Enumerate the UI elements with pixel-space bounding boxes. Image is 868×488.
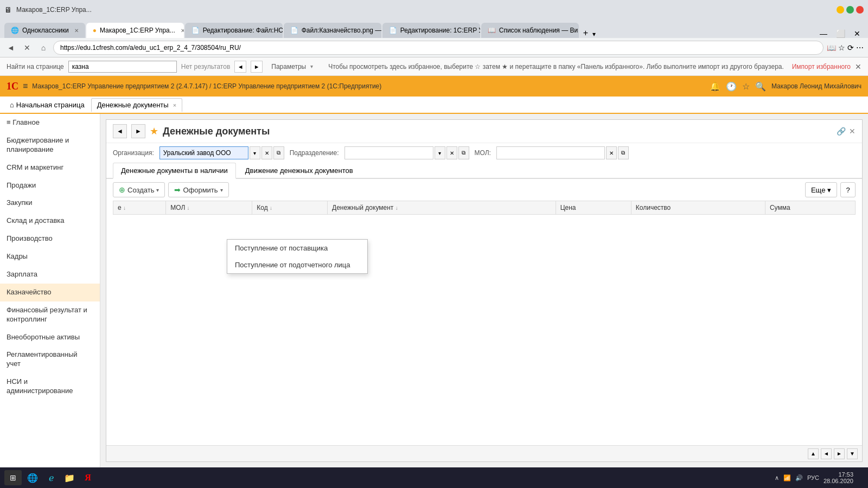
browser-restore-btn[interactable]: ⬜ xyxy=(833,29,848,38)
settings-button[interactable]: ⋯ xyxy=(856,43,864,52)
tab-movement[interactable]: Движение денежных документов xyxy=(237,163,361,178)
notifications-icon[interactable]: 🔔 xyxy=(710,81,720,92)
nav-money-docs[interactable]: Денежные документы × xyxy=(91,98,182,112)
org-clear-button[interactable]: ✕ xyxy=(261,146,272,159)
col-doc[interactable]: Денежный документ ↓ xyxy=(328,201,556,215)
forward-button[interactable]: ✕ xyxy=(21,41,34,54)
taskbar-clock[interactable]: 17:53 28.06.2020 xyxy=(824,471,853,484)
nav-tab-close-icon[interactable]: × xyxy=(173,102,176,108)
volume-icon[interactable]: 🔊 xyxy=(795,474,803,481)
browser-tab-1c[interactable]: ● Макаров_1С:ERP Упра... ✕ xyxy=(86,23,184,38)
find-prev-button[interactable]: ◄ xyxy=(234,61,246,73)
org-open-button[interactable]: ⧉ xyxy=(273,146,284,159)
more-button[interactable]: Еще ▾ xyxy=(805,182,837,197)
tray-show-hidden-icon[interactable]: ∧ xyxy=(775,474,779,481)
sidebar-item-production[interactable]: Производство xyxy=(0,230,100,248)
col-qty[interactable]: Количество xyxy=(631,201,765,215)
browser-tab-wiki[interactable]: 📖 Список наблюдения — Ви ✕ xyxy=(481,23,579,38)
history-icon[interactable]: 🕐 xyxy=(726,81,737,92)
sidebar-item-warehouse[interactable]: Склад и доставка xyxy=(0,212,100,230)
favorites-button[interactable]: ☆ xyxy=(838,43,845,52)
taskbar-ie-icon[interactable]: ℯ xyxy=(43,470,59,485)
browser-tab-edit2[interactable]: 📄 Редактирование: 1С:ERP Упр ✕ xyxy=(382,23,480,38)
col-price[interactable]: Цена xyxy=(556,201,631,215)
taskbar-yandex-icon[interactable]: Я xyxy=(80,470,95,485)
org-input[interactable] xyxy=(159,146,248,159)
sidebar-item-sales[interactable]: Продажи xyxy=(0,177,100,195)
find-input[interactable] xyxy=(68,61,177,73)
subdivision-clear-button[interactable]: ✕ xyxy=(446,146,457,159)
col-mol[interactable]: МОЛ ↓ xyxy=(166,201,252,215)
start-button[interactable]: ⊞ xyxy=(4,470,22,485)
panel-forward-button[interactable]: ► xyxy=(131,124,145,138)
org-dropdown-button[interactable]: ▾ xyxy=(250,146,260,159)
find-next-button[interactable]: ► xyxy=(251,61,263,73)
sidebar-item-fixed-assets[interactable]: Внеоборотные активы xyxy=(0,329,100,346)
col-sum[interactable]: Сумма xyxy=(765,201,855,215)
scroll-left-button[interactable]: ◄ xyxy=(821,448,832,459)
sidebar-item-hr[interactable]: Кадры xyxy=(0,248,100,266)
scroll-right-button[interactable]: ► xyxy=(834,448,845,459)
hamburger-menu[interactable]: ≡ xyxy=(23,81,28,91)
network-icon[interactable]: 📶 xyxy=(783,474,791,481)
minimize-button[interactable] xyxy=(837,6,844,14)
favorite-star-icon[interactable]: ★ xyxy=(150,125,158,137)
table-container[interactable]: е ↓ МОЛ ↓ Код ↓ xyxy=(113,201,856,445)
col-code[interactable]: Код ↓ xyxy=(252,201,328,215)
mol-clear-button[interactable]: ✕ xyxy=(606,146,617,159)
sidebar-item-budget[interactable]: Бюджетирование и планирование xyxy=(0,132,100,159)
sidebar-item-treasury[interactable]: Казначейство xyxy=(0,284,100,301)
subdivision-dropdown-button[interactable]: ▾ xyxy=(435,146,445,159)
subdivision-open-button[interactable]: ⧉ xyxy=(458,146,469,159)
favorites-star-icon[interactable]: ☆ xyxy=(742,81,750,92)
sidebar-item-main[interactable]: ≡ Главное xyxy=(0,114,100,132)
find-params[interactable]: Параметры xyxy=(271,63,306,70)
dropdown-item-supplier[interactable]: Поступление от поставщика xyxy=(227,240,367,256)
sidebar-item-regulated[interactable]: Регламентированный учет xyxy=(0,346,100,373)
browser-minimize-btn[interactable]: — xyxy=(816,29,831,38)
sidebar-item-finance[interactable]: Финансовый результат и контроллинг xyxy=(0,301,100,329)
home-button[interactable]: ⌂ xyxy=(37,41,50,54)
lang-indicator[interactable]: РУС xyxy=(807,474,819,481)
back-button[interactable]: ◄ xyxy=(4,41,17,54)
mol-open-button[interactable]: ⧉ xyxy=(618,146,629,159)
mol-input[interactable] xyxy=(496,146,605,159)
scroll-down-button[interactable]: ▼ xyxy=(847,448,858,459)
tab-close-icon[interactable]: ✕ xyxy=(74,28,79,34)
panel-close-button[interactable]: ✕ xyxy=(849,127,856,136)
dropdown-item-accountable[interactable]: Поступление от подотчетного лица xyxy=(227,256,367,273)
sidebar-item-purchases[interactable]: Закупки xyxy=(0,194,100,212)
tab-list-button[interactable]: ▾ xyxy=(592,30,596,38)
create-button[interactable]: ⊕ Создать ▾ xyxy=(113,182,165,197)
tab-close-icon[interactable]: ✕ xyxy=(181,28,184,34)
sidebar-item-nsi[interactable]: НСИ и администрирование xyxy=(0,373,100,400)
browser-tab-edit1[interactable]: 📄 Редактирование: Файл:НС! ✕ xyxy=(185,23,283,38)
panel-back-button[interactable]: ◄ xyxy=(113,124,127,138)
address-bar[interactable] xyxy=(53,41,824,55)
search-icon[interactable]: 🔍 xyxy=(755,81,766,92)
maximize-button[interactable] xyxy=(846,6,854,14)
help-button[interactable]: ? xyxy=(840,182,856,197)
issue-button[interactable]: ➡ Оформить ▾ xyxy=(168,182,228,197)
import-link[interactable]: Импорт избранного xyxy=(792,63,851,70)
browser-tab-treasury[interactable]: 📄 Файл:Казначейство.png — ✕ xyxy=(284,23,381,38)
sidebar-item-crm[interactable]: CRM и маркетинг xyxy=(0,159,100,177)
close-button[interactable] xyxy=(856,6,864,14)
browser-close-btn[interactable]: ✕ xyxy=(851,29,864,38)
browser-tab-odnoklassniki[interactable]: 🌐 Одноклассники ✕ xyxy=(4,23,85,38)
refresh-button[interactable]: ⟳ xyxy=(847,43,854,52)
taskbar-explorer-icon[interactable]: 📁 xyxy=(62,470,77,485)
scroll-up-button[interactable]: ▲ xyxy=(808,448,819,459)
link-copy-icon[interactable]: 🔗 xyxy=(837,127,846,136)
reading-mode-button[interactable]: 📖 xyxy=(827,43,836,52)
find-close-button[interactable]: ✕ xyxy=(855,62,861,71)
panel-actions: 🔗 ✕ xyxy=(837,127,856,136)
taskbar-edge-icon[interactable]: 🌐 xyxy=(25,470,40,485)
nav-home[interactable]: ⌂ Начальная страница xyxy=(4,99,90,111)
tab-cash-docs[interactable]: Денежные документы в наличии xyxy=(113,163,236,179)
sidebar-item-payroll[interactable]: Зарплата xyxy=(0,266,100,284)
window-controls xyxy=(837,6,864,14)
subdivision-input[interactable] xyxy=(344,146,433,159)
new-tab-button[interactable]: + xyxy=(580,28,591,38)
col-e[interactable]: е ↓ xyxy=(113,201,166,215)
